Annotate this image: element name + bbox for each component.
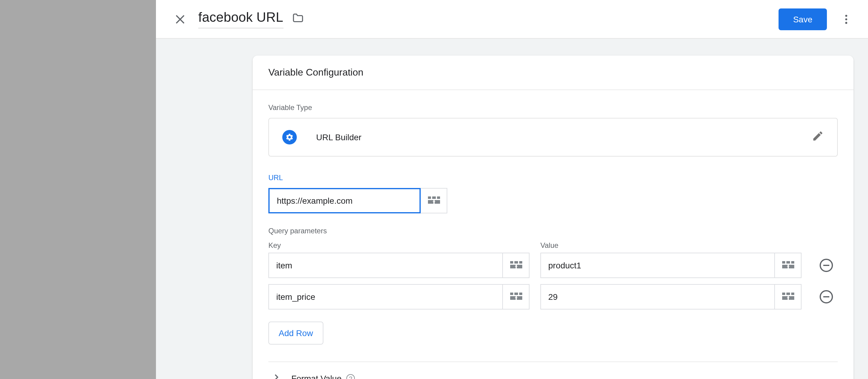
svg-point-2 <box>845 14 847 17</box>
folder-button[interactable] <box>292 12 304 26</box>
svg-rect-26 <box>519 292 522 295</box>
param-key-input[interactable] <box>268 253 503 278</box>
brick-icon: + <box>428 196 440 205</box>
more-vert-icon <box>840 13 852 25</box>
main-panel: facebook URL Save Variable <box>156 0 868 379</box>
svg-rect-34 <box>788 296 794 300</box>
query-params-label: Query parameters <box>268 227 838 235</box>
page-title[interactable]: facebook URL <box>198 10 283 28</box>
svg-rect-32 <box>791 292 794 295</box>
svg-text:+: + <box>515 263 517 269</box>
format-value-toggle[interactable]: Format Value ? <box>268 362 838 379</box>
svg-text:+: + <box>432 199 435 204</box>
format-value-label: Format Value <box>291 374 342 379</box>
svg-rect-22 <box>788 265 794 269</box>
url-input[interactable] <box>268 188 421 213</box>
svg-rect-31 <box>786 292 790 295</box>
param-key-picker[interactable]: + <box>503 253 529 278</box>
svg-rect-16 <box>517 265 522 269</box>
backdrop <box>0 0 156 379</box>
param-value-input[interactable] <box>540 253 775 278</box>
svg-rect-12 <box>510 261 513 263</box>
svg-rect-5 <box>428 196 431 199</box>
variable-config-card: Variable Configuration Variable Type URL… <box>253 56 854 379</box>
card-title: Variable Configuration <box>268 67 838 78</box>
svg-rect-30 <box>782 292 785 295</box>
param-row: + + <box>268 253 838 278</box>
brick-icon: + <box>782 292 794 301</box>
variable-type-label: Variable Type <box>268 103 838 112</box>
variable-type-selector[interactable]: URL Builder <box>268 118 838 157</box>
header-bar: facebook URL Save <box>156 0 868 39</box>
svg-rect-19 <box>786 261 790 263</box>
svg-text:+: + <box>515 295 517 300</box>
card-header: Variable Configuration <box>253 56 854 90</box>
brick-icon: + <box>510 292 522 301</box>
remove-row-button[interactable] <box>819 259 833 272</box>
param-row: + + <box>268 284 838 310</box>
svg-rect-13 <box>514 261 518 263</box>
url-variable-picker[interactable]: + <box>421 188 447 213</box>
svg-rect-9 <box>434 200 440 204</box>
svg-rect-25 <box>514 292 518 295</box>
url-label: URL <box>268 173 838 182</box>
param-key-picker[interactable]: + <box>503 284 529 310</box>
remove-row-button[interactable] <box>819 290 833 304</box>
brick-icon: + <box>782 261 794 270</box>
edit-icon <box>812 130 824 145</box>
svg-rect-14 <box>519 261 522 263</box>
folder-icon <box>292 12 304 24</box>
key-column-label: Key <box>268 241 529 250</box>
svg-rect-18 <box>782 261 785 263</box>
param-value-picker[interactable]: + <box>775 284 802 310</box>
svg-rect-28 <box>517 296 522 300</box>
chevron-right-icon <box>272 373 280 379</box>
value-column-label: Value <box>540 241 802 250</box>
svg-text:+: + <box>786 263 789 269</box>
param-value-input[interactable] <box>540 284 775 310</box>
close-button[interactable] <box>173 12 187 26</box>
brick-icon: + <box>510 261 522 270</box>
svg-rect-7 <box>437 196 440 199</box>
more-options-button[interactable] <box>834 7 858 31</box>
param-value-picker[interactable]: + <box>775 253 802 278</box>
help-icon[interactable]: ? <box>346 374 355 379</box>
close-icon <box>174 12 187 26</box>
svg-rect-24 <box>510 292 513 295</box>
svg-rect-6 <box>432 196 435 199</box>
svg-text:+: + <box>786 295 789 300</box>
svg-rect-20 <box>791 261 794 263</box>
variable-type-name: URL Builder <box>316 132 812 142</box>
save-button[interactable]: Save <box>779 8 827 30</box>
gear-icon <box>282 130 297 145</box>
svg-point-3 <box>845 18 847 20</box>
param-key-input[interactable] <box>268 284 503 310</box>
add-row-button[interactable]: Add Row <box>268 322 323 345</box>
svg-point-4 <box>845 22 847 24</box>
